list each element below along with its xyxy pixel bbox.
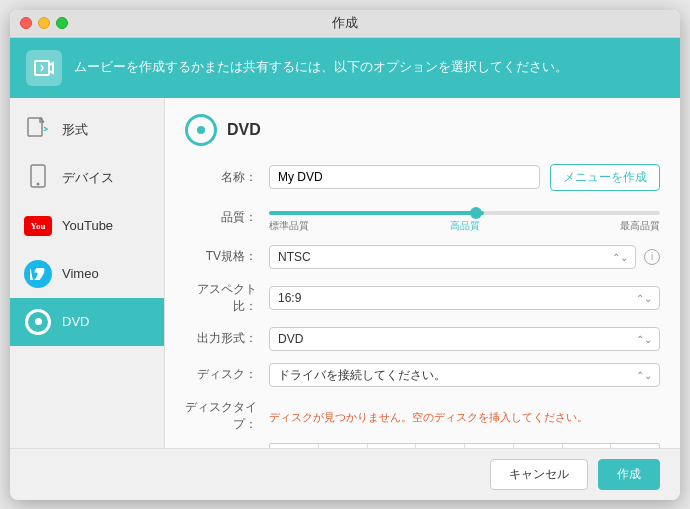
sidebar-label-format: 形式 <box>62 121 88 139</box>
content-header: DVD <box>185 114 660 146</box>
cap-seg-4 <box>416 444 465 448</box>
tv-select-wrapper: NTSC PAL ⌃⌄ <box>269 245 636 269</box>
capacity-row: 容量： 10.9 MB/0.0 MB <box>185 443 660 448</box>
disktype-text: ディスクが見つかりません。空のディスクを挿入してください。 <box>269 411 588 423</box>
sidebar-label-device: デバイス <box>62 169 114 187</box>
content-area: DVD 名称： メニューを作成 品質： <box>165 98 680 448</box>
device-icon <box>24 164 52 192</box>
dvd-icon-sidebar <box>24 308 52 336</box>
svg-rect-0 <box>35 61 49 75</box>
disktype-row: ディスクタイプ： ディスクが見つかりません。空のディスクを挿入してください。 <box>185 399 660 433</box>
quality-labels: 標準品質 高品質 最高品質 <box>269 219 660 233</box>
quality-track[interactable] <box>269 211 660 215</box>
header-description: ムービーを作成するかまたは共有するには、以下のオプションを選択してください。 <box>74 58 568 76</box>
create-button[interactable]: 作成 <box>598 459 660 490</box>
cap-seg-2 <box>319 444 368 448</box>
capacity-bar <box>269 443 660 448</box>
output-select-wrapper: DVD Blu-ray ⌃⌄ <box>269 327 660 351</box>
sidebar-item-youtube[interactable]: You YouTube <box>10 202 164 250</box>
sidebar: 形式 デバイス You YouTube <box>10 98 165 448</box>
cap-seg-8 <box>611 444 659 448</box>
sidebar-item-dvd[interactable]: DVD <box>10 298 164 346</box>
disktype-value: ディスクが見つかりません。空のディスクを挿入してください。 <box>269 407 660 425</box>
cap-seg-5 <box>465 444 514 448</box>
title-bar: 作成 <box>10 10 680 38</box>
tv-row: TV規格： NTSC PAL ⌃⌄ i <box>185 245 660 269</box>
aspect-select-wrapper: 16:9 4:3 ⌃⌄ <box>269 286 660 310</box>
capacity-control: 10.9 MB/0.0 MB <box>269 443 660 448</box>
quality-filled <box>269 211 484 215</box>
output-control: DVD Blu-ray ⌃⌄ <box>269 327 660 351</box>
info-icon[interactable]: i <box>644 249 660 265</box>
aspect-label: アスペクト比： <box>185 281 257 315</box>
quality-mid-label: 高品質 <box>450 219 480 233</box>
minimize-button[interactable] <box>38 17 50 29</box>
quality-row: 品質： 標準品質 高品質 最高品質 <box>185 203 660 233</box>
dvd-icon-content <box>185 114 217 146</box>
sidebar-item-format[interactable]: 形式 <box>10 106 164 154</box>
main-area: 形式 デバイス You YouTube <box>10 98 680 448</box>
sidebar-label-vimeo: Vimeo <box>62 266 99 281</box>
aspect-row: アスペクト比： 16:9 4:3 ⌃⌄ <box>185 281 660 315</box>
disk-select[interactable]: ドライバを接続してください。 <box>269 363 660 387</box>
name-control: メニューを作成 <box>269 164 660 191</box>
name-label: 名称： <box>185 169 257 186</box>
youtube-icon: You <box>24 212 52 240</box>
svg-point-3 <box>37 182 40 185</box>
name-row: 名称： メニューを作成 <box>185 164 660 191</box>
sidebar-label-youtube: YouTube <box>62 218 113 233</box>
aspect-control: 16:9 4:3 ⌃⌄ <box>269 286 660 310</box>
quality-low-label: 標準品質 <box>269 219 309 233</box>
app-window: 作成 ムービーを作成するかまたは共有するには、以下のオプションを選択してください… <box>10 10 680 500</box>
format-icon <box>24 116 52 144</box>
window-title: 作成 <box>332 14 358 32</box>
tv-label: TV規格： <box>185 248 257 265</box>
disk-select-wrapper: ドライバを接続してください。 ⌃⌄ <box>269 363 660 387</box>
disktype-label: ディスクタイプ： <box>185 399 257 433</box>
cap-seg-7 <box>563 444 612 448</box>
aspect-select[interactable]: 16:9 4:3 <box>269 286 660 310</box>
output-row: 出力形式： DVD Blu-ray ⌃⌄ <box>185 327 660 351</box>
name-input[interactable] <box>269 165 540 189</box>
quality-high-label: 最高品質 <box>620 219 660 233</box>
header-icon <box>26 50 62 86</box>
cap-seg-1 <box>270 444 319 448</box>
vimeo-icon <box>24 260 52 288</box>
close-button[interactable] <box>20 17 32 29</box>
sidebar-label-dvd: DVD <box>62 314 89 329</box>
traffic-lights <box>20 17 68 29</box>
disk-label: ディスク： <box>185 366 257 383</box>
quality-control: 標準品質 高品質 最高品質 <box>269 203 660 233</box>
cancel-button[interactable]: キャンセル <box>490 459 588 490</box>
disk-row: ディスク： ドライバを接続してください。 ⌃⌄ <box>185 363 660 387</box>
maximize-button[interactable] <box>56 17 68 29</box>
cap-seg-6 <box>514 444 563 448</box>
content-title: DVD <box>227 121 261 139</box>
sidebar-item-device[interactable]: デバイス <box>10 154 164 202</box>
quality-thumb[interactable] <box>470 207 482 219</box>
header-banner: ムービーを作成するかまたは共有するには、以下のオプションを選択してください。 <box>10 38 680 98</box>
tv-select[interactable]: NTSC PAL <box>269 245 636 269</box>
disk-control: ドライバを接続してください。 ⌃⌄ <box>269 363 660 387</box>
cap-seg-3 <box>368 444 417 448</box>
tv-control: NTSC PAL ⌃⌄ i <box>269 245 660 269</box>
output-select[interactable]: DVD Blu-ray <box>269 327 660 351</box>
sidebar-item-vimeo[interactable]: Vimeo <box>10 250 164 298</box>
menu-create-button[interactable]: メニューを作成 <box>550 164 660 191</box>
footer: キャンセル 作成 <box>10 448 680 500</box>
quality-slider-container: 標準品質 高品質 最高品質 <box>269 211 660 233</box>
output-label: 出力形式： <box>185 330 257 347</box>
quality-label: 品質： <box>185 209 257 226</box>
